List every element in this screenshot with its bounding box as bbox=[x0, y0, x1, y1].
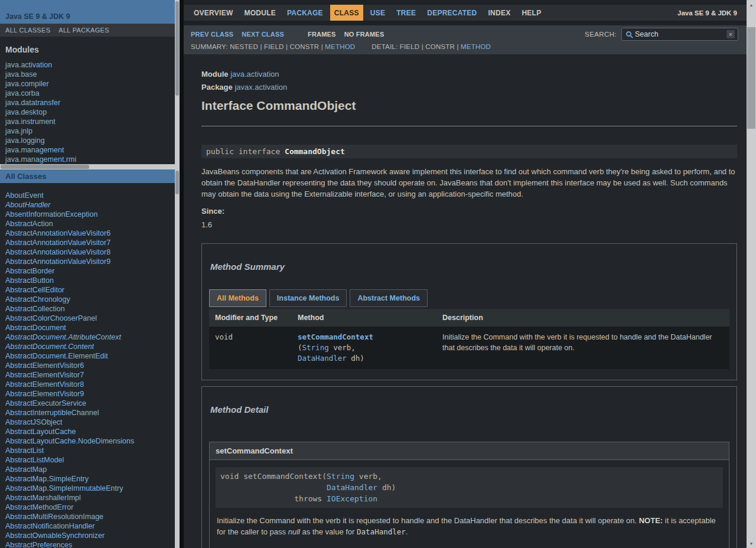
text-run: verb, bbox=[354, 472, 382, 481]
module-link[interactable]: java.base bbox=[0, 70, 175, 79]
class-link[interactable]: AbstractMultiResolutionImage bbox=[0, 512, 175, 521]
module-link[interactable]: java.jnlp bbox=[0, 126, 175, 136]
text-run: FIELD bbox=[264, 43, 284, 50]
class-link[interactable]: AbstractList bbox=[0, 446, 175, 455]
topnav-use[interactable]: USE bbox=[366, 5, 389, 21]
scrollbar-thumb[interactable] bbox=[1, 165, 89, 169]
class-link[interactable]: AboutEvent bbox=[0, 191, 175, 200]
sub-navigation-bar: PREV CLASS NEXT CLASS FRAMES NO FRAMES S… bbox=[184, 25, 747, 54]
tab-all-methods[interactable]: All Methods bbox=[209, 289, 266, 307]
class-link[interactable]: AbstractMarshallerImpl bbox=[0, 493, 175, 503]
tab-abstract-methods[interactable]: Abstract Methods bbox=[350, 289, 428, 307]
inline-link[interactable]: String bbox=[327, 472, 354, 481]
class-link[interactable]: AbstractDocument.AttributeContext bbox=[0, 332, 175, 342]
inline-link[interactable]: IOException bbox=[327, 494, 377, 503]
topnav-overview[interactable]: OVERVIEW bbox=[190, 5, 237, 21]
modules-scrollbar[interactable] bbox=[175, 0, 180, 164]
class-link[interactable]: AbstractNotificationHandler bbox=[0, 521, 175, 531]
text-run: | bbox=[455, 43, 461, 50]
inline-link[interactable]: DataHandler bbox=[298, 354, 347, 363]
class-link[interactable]: AbstractElementVisitor9 bbox=[0, 389, 175, 399]
topnav-package[interactable]: PACKAGE bbox=[283, 5, 327, 21]
search-input[interactable] bbox=[635, 30, 726, 38]
scrollbar-thumb[interactable] bbox=[175, 171, 179, 194]
inline-link[interactable]: METHOD bbox=[325, 43, 355, 50]
class-page-frame: OVERVIEWMODULEPACKAGECLASSUSETREEDEPRECA… bbox=[184, 0, 747, 548]
class-link[interactable]: AbstractDocument.Content bbox=[0, 342, 175, 351]
text-run: NOTE: bbox=[639, 516, 663, 525]
class-link[interactable]: AbstractAnnotationValueVisitor6 bbox=[0, 229, 175, 238]
all-classes-link[interactable]: ALL CLASSES bbox=[5, 27, 50, 34]
class-link[interactable]: AbstractLayoutCache bbox=[0, 427, 175, 436]
topnav-tree[interactable]: TREE bbox=[392, 5, 420, 21]
scrollbar-thumb[interactable] bbox=[747, 27, 755, 129]
clear-search-icon[interactable]: × bbox=[726, 30, 735, 38]
topnav-class[interactable]: CLASS bbox=[330, 5, 363, 21]
prev-class-link[interactable]: PREV CLASS bbox=[191, 31, 233, 38]
class-link[interactable]: AbstractMap bbox=[0, 465, 175, 474]
inline-link[interactable]: setCommandContext bbox=[298, 332, 373, 341]
class-link[interactable]: AbstractInterruptibleChannel bbox=[0, 408, 175, 417]
class-link[interactable]: AbstractAction bbox=[0, 219, 175, 229]
class-link[interactable]: AbstractBorder bbox=[0, 266, 175, 276]
all-classes-scrollbar[interactable] bbox=[175, 169, 180, 548]
frame-title-link[interactable]: Java SE 9 & JDK 9 bbox=[5, 12, 70, 21]
class-link[interactable]: AbstractAnnotationValueVisitor8 bbox=[0, 247, 175, 257]
scroll-up-button[interactable]: ▲ bbox=[747, 0, 756, 9]
scrollbar-thumb[interactable] bbox=[175, 1, 179, 96]
topnav-index[interactable]: INDEX bbox=[484, 5, 515, 21]
topnav-deprecated[interactable]: DEPRECATED bbox=[423, 5, 481, 21]
class-link[interactable]: AbstractElementVisitor6 bbox=[0, 361, 175, 370]
class-link[interactable]: AbstractLayoutCache.NodeDimensions bbox=[0, 436, 175, 446]
module-link[interactable]: java.datatransfer bbox=[0, 98, 175, 107]
class-link[interactable]: AboutHandler bbox=[0, 200, 175, 210]
class-link[interactable]: AbstractDocument.ElementEdit bbox=[0, 351, 175, 361]
frames-link[interactable]: FRAMES bbox=[308, 31, 336, 38]
search-box[interactable]: × bbox=[621, 28, 738, 41]
inline-link[interactable]: DataHandler bbox=[327, 483, 377, 492]
next-class-link[interactable]: NEXT CLASS bbox=[242, 31, 284, 38]
class-link[interactable]: AbstractExecutorService bbox=[0, 399, 175, 408]
class-link[interactable]: AbstractDocument bbox=[0, 323, 175, 332]
method-detail-heading: Method Detail bbox=[210, 405, 729, 415]
text-run: NESTED bbox=[230, 43, 258, 50]
text-run: dh) bbox=[347, 354, 364, 363]
class-link[interactable]: AbstractListModel bbox=[0, 455, 175, 465]
module-link[interactable]: java.management bbox=[0, 145, 175, 155]
class-link[interactable]: AbstractAnnotationValueVisitor7 bbox=[0, 238, 175, 247]
module-link[interactable]: java.activation bbox=[230, 70, 279, 79]
class-link[interactable]: AbstractMethodError bbox=[0, 503, 175, 512]
class-link[interactable]: AbstractElementVisitor8 bbox=[0, 380, 175, 389]
topnav-help[interactable]: HELP bbox=[517, 5, 545, 21]
class-link[interactable]: AbstractCellEditor bbox=[0, 285, 175, 295]
inline-link[interactable]: METHOD bbox=[461, 43, 491, 50]
class-link[interactable]: AbstractColorChooserPanel bbox=[0, 314, 175, 323]
all-packages-link[interactable]: ALL PACKAGES bbox=[58, 27, 109, 34]
module-link[interactable]: java.instrument bbox=[0, 117, 175, 126]
class-link[interactable]: AbstractJSObject bbox=[0, 417, 175, 427]
package-link[interactable]: javax.activation bbox=[234, 83, 287, 92]
module-link[interactable]: java.compiler bbox=[0, 79, 175, 89]
main-scrollbar[interactable]: ▲ ▼ bbox=[747, 0, 756, 548]
class-link[interactable]: AbstractElementVisitor7 bbox=[0, 370, 175, 380]
class-link[interactable]: AbstractButton bbox=[0, 276, 175, 285]
class-link[interactable]: AbstractChronology bbox=[0, 295, 175, 304]
scroll-down-button[interactable]: ▼ bbox=[747, 539, 756, 548]
module-link[interactable]: java.activation bbox=[0, 60, 175, 70]
class-link[interactable]: AbstractCollection bbox=[0, 304, 175, 314]
module-link[interactable]: java.logging bbox=[0, 136, 175, 145]
topnav-module[interactable]: MODULE bbox=[240, 5, 280, 21]
modules-horizontal-scrollbar[interactable] bbox=[0, 164, 180, 169]
inline-link[interactable]: String bbox=[302, 343, 329, 352]
module-link[interactable]: java.desktop bbox=[0, 107, 175, 117]
class-link[interactable]: AbstractPreferences bbox=[0, 540, 175, 548]
class-link[interactable]: AbstractOwnableSynchronizer bbox=[0, 531, 175, 540]
class-link[interactable]: AbstractMap.SimpleImmutableEntry bbox=[0, 484, 175, 493]
class-link[interactable]: AbstractAnnotationValueVisitor9 bbox=[0, 257, 175, 266]
tab-instance-methods[interactable]: Instance Methods bbox=[269, 289, 347, 307]
module-link[interactable]: java.corba bbox=[0, 89, 175, 98]
class-link[interactable]: AbsentInformationException bbox=[0, 210, 175, 219]
module-link[interactable]: java.management.rmi bbox=[0, 155, 175, 164]
class-link[interactable]: AbstractMap.SimpleEntry bbox=[0, 474, 175, 484]
no-frames-link[interactable]: NO FRAMES bbox=[344, 31, 384, 38]
